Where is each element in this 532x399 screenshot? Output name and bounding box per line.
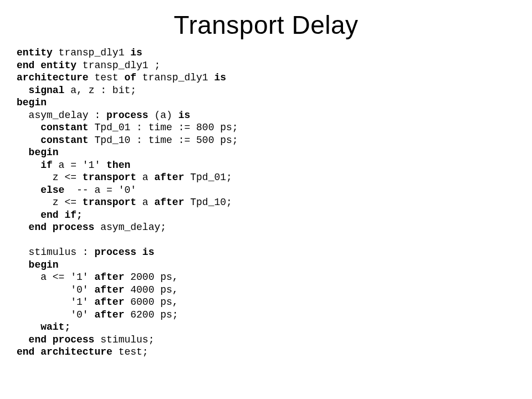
code-text: stimulus : xyxy=(17,247,94,258)
code-text: transp_dly1 ; xyxy=(76,60,160,71)
code-text: a <= '1' xyxy=(17,272,94,283)
kw-end-process: end process xyxy=(17,222,94,233)
kw-then: then xyxy=(106,160,130,171)
code-text: Tpd_10; xyxy=(184,197,232,208)
kw-architecture: architecture xyxy=(17,72,89,83)
kw-process-is: process is xyxy=(94,247,154,258)
kw-else: else xyxy=(17,185,64,196)
code-text: asym_delay : xyxy=(17,110,106,121)
slide: Transport Delay entity transp_dly1 is en… xyxy=(0,0,532,399)
code-text: asym_delay; xyxy=(94,222,166,233)
kw-after: after xyxy=(154,197,184,208)
kw-begin: begin xyxy=(17,97,47,108)
code-text: z <= xyxy=(17,172,83,183)
kw-wait: wait; xyxy=(17,321,70,332)
code-text: transp_dly1 xyxy=(136,72,214,83)
code-text: 6000 ps, xyxy=(124,296,178,308)
kw-if: if xyxy=(17,160,53,171)
code-text: Tpd_01; xyxy=(184,172,232,183)
kw-after: after xyxy=(154,172,184,183)
kw-end-if: end if; xyxy=(17,209,83,221)
code-text: a xyxy=(136,197,154,208)
kw-end-entity: end entity xyxy=(17,60,76,71)
kw-after: after xyxy=(94,309,124,320)
kw-signal: signal xyxy=(17,85,64,96)
code-text: test; xyxy=(112,346,149,357)
code-text: a = '1' xyxy=(53,160,106,171)
kw-begin: begin xyxy=(17,147,59,158)
kw-transport: transport xyxy=(83,172,136,183)
code-text: 6200 ps; xyxy=(124,309,178,320)
kw-of: of xyxy=(124,72,136,83)
code-text: Tpd_10 : time := 500 ps; xyxy=(89,135,238,146)
kw-transport: transport xyxy=(83,197,136,208)
kw-is: is xyxy=(214,72,226,83)
code-text: 2000 ps, xyxy=(124,272,178,283)
code-text: '0' xyxy=(17,284,94,295)
kw-is: is xyxy=(178,110,191,121)
code-text: a xyxy=(136,172,154,183)
kw-constant: constant xyxy=(17,122,89,133)
code-text: a, z : bit; xyxy=(64,85,136,96)
code-text: '0' xyxy=(17,309,94,320)
kw-after: after xyxy=(94,284,124,295)
code-text: stimulus; xyxy=(94,334,154,345)
kw-after: after xyxy=(94,296,124,308)
code-block: entity transp_dly1 is end entity transp_… xyxy=(0,47,532,359)
code-text: '1' xyxy=(17,296,94,308)
code-text: Tpd_01 : time := 800 ps; xyxy=(89,122,238,133)
slide-title: Transport Delay xyxy=(0,10,532,40)
kw-process: process xyxy=(106,110,149,121)
kw-end-process: end process xyxy=(17,334,94,345)
code-comment: -- a = '0' xyxy=(64,185,136,196)
kw-begin: begin xyxy=(17,259,59,270)
kw-after: after xyxy=(94,272,124,283)
kw-is: is xyxy=(130,47,142,58)
kw-entity: entity xyxy=(17,47,53,58)
code-text: (a) xyxy=(149,110,178,121)
kw-end-architecture: end architecture xyxy=(17,346,112,357)
kw-constant: constant xyxy=(17,135,89,146)
code-text: 4000 ps, xyxy=(124,284,178,295)
code-text: test xyxy=(89,72,125,83)
code-text: z <= xyxy=(17,197,83,208)
code-text: transp_dly1 xyxy=(53,47,130,58)
